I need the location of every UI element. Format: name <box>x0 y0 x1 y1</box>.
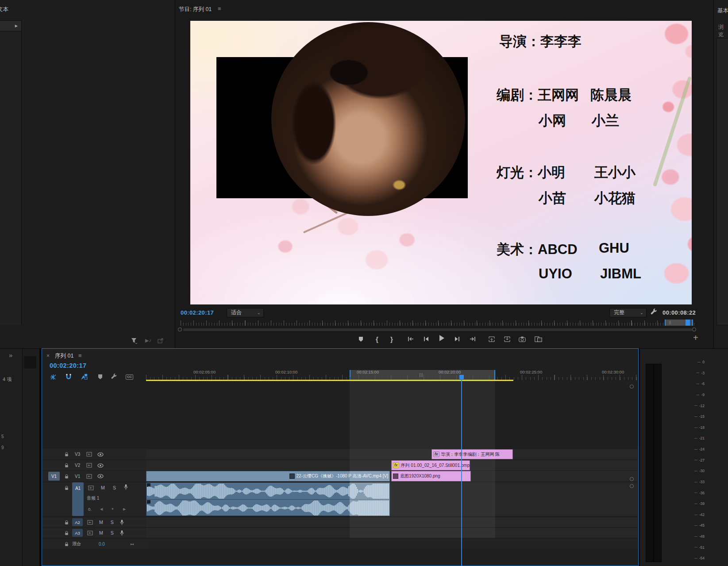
toggle-track-output-eye-icon[interactable] <box>97 463 104 468</box>
playback-resolution-select[interactable]: 完整 ⌄ <box>609 308 647 317</box>
source-patch-v1[interactable]: V1 <box>48 472 60 481</box>
timeline-timecode[interactable]: 00:02:20:17 <box>50 362 86 369</box>
timeline-settings-wrench-icon[interactable] <box>111 373 117 380</box>
toggle-track-output-eye-icon[interactable] <box>97 452 104 457</box>
mute-button[interactable]: M <box>99 530 103 535</box>
export-frame-button[interactable] <box>517 334 528 344</box>
voiceover-record-mic-icon[interactable] <box>124 484 128 490</box>
export-icon[interactable] <box>158 338 164 343</box>
lock-icon[interactable] <box>65 463 69 468</box>
sync-lock-icon[interactable] <box>86 474 92 479</box>
play-button[interactable] <box>436 333 447 343</box>
sync-lock-icon[interactable] <box>86 463 92 468</box>
mute-button[interactable]: M <box>101 485 105 490</box>
program-timecode[interactable]: 00:02:20:17 <box>181 309 214 316</box>
solo-button[interactable]: S <box>113 485 116 490</box>
add-button[interactable]: + <box>693 333 698 343</box>
lock-icon[interactable] <box>65 485 69 490</box>
track-a3-content[interactable] <box>146 528 638 538</box>
track-v3-content[interactable] <box>146 449 638 459</box>
timeline-scroll-handle[interactable] <box>630 484 634 488</box>
track-name-a1[interactable]: A1 <box>72 482 84 516</box>
zoom-level-select[interactable]: 适合 ⌄ <box>227 308 264 317</box>
timeline-menu-icon[interactable]: ≡ <box>78 352 82 359</box>
expander-icon[interactable]: ▶ <box>15 24 18 28</box>
track-name-v1[interactable]: V1 <box>75 474 80 479</box>
monitor-scrollbar-right-handle[interactable] <box>692 327 696 331</box>
lock-icon[interactable] <box>65 520 69 525</box>
snap-magnet-icon[interactable] <box>65 373 72 380</box>
go-to-in-button[interactable] <box>405 334 416 344</box>
nest-sequence-toggle-icon[interactable] <box>50 374 57 380</box>
toggle-track-output-eye-icon[interactable] <box>97 474 104 478</box>
mute-button[interactable]: M <box>99 520 103 525</box>
captions-cc-icon[interactable]: CC <box>126 374 133 380</box>
settings-wrench-icon[interactable] <box>650 308 658 316</box>
clip-graphic-credits[interactable]: fx 导演：李李李编剧：王网网 陈 <box>431 449 513 459</box>
sync-lock-icon[interactable] <box>87 520 93 525</box>
voiceover-record-mic-icon[interactable] <box>120 520 124 525</box>
lock-icon[interactable] <box>65 531 69 535</box>
browse-tab[interactable]: 浏览 <box>718 23 728 39</box>
track-name-a2[interactable]: A2 <box>72 518 83 526</box>
track-name-a3[interactable]: A3 <box>72 529 83 537</box>
track-a2-content[interactable] <box>146 517 638 527</box>
clip-still-bmp[interactable]: fx 序列 01.00_02_16_07.Still001.bmp <box>391 460 470 470</box>
monitor-playhead-marker[interactable] <box>686 320 690 326</box>
lift-button[interactable] <box>486 334 497 344</box>
track-display-name-a1[interactable]: 音频 1 <box>87 495 99 501</box>
mark-out-button[interactable]: } <box>386 334 397 344</box>
track-name-v3[interactable]: V3 <box>75 452 80 457</box>
clip-thumbnail-icon <box>289 474 295 479</box>
linked-selection-icon[interactable] <box>80 373 88 380</box>
add-keyframe-icon[interactable]: ● <box>112 507 114 511</box>
fx-badge-icon: fx <box>393 462 399 468</box>
project-panel-sliver: » 4 项 5 9 <box>0 349 22 566</box>
clip-video-avc[interactable]: 22-云缨CG《擒贼》-1080 P 高清-AVC.mp4 [V] <box>146 471 390 481</box>
panel-overflow-icon[interactable]: » <box>9 351 12 359</box>
add-marker-button[interactable] <box>355 334 366 344</box>
lock-icon[interactable] <box>65 474 69 479</box>
extract-button[interactable] <box>502 334 512 344</box>
solo-button[interactable]: S <box>111 520 114 525</box>
step-forward-button[interactable] <box>452 334 462 344</box>
sync-lock-icon[interactable] <box>88 485 94 490</box>
voiceover-record-mic-icon[interactable] <box>120 530 124 536</box>
track-master-content[interactable] <box>146 539 638 549</box>
clip-base-png[interactable]: 底图1920X1080.png <box>391 471 471 481</box>
master-volume-value[interactable]: 0.0 <box>99 542 105 547</box>
layer-row[interactable]: ▶ <box>0 21 21 31</box>
lock-icon[interactable] <box>65 452 69 457</box>
sync-lock-icon[interactable] <box>86 452 92 457</box>
step-back-button[interactable] <box>421 334 431 344</box>
solo-button[interactable]: S <box>111 530 114 535</box>
go-to-out-button[interactable] <box>467 334 478 344</box>
monitor-scrollbar-left-handle[interactable] <box>178 327 182 331</box>
monitor-ruler-major-ticks[interactable] <box>181 320 696 326</box>
program-video-preview[interactable]: 导演：李李李 编剧：王网网 陈晨晨 小网 小兰 灯光：小明 王小小 小苗 小花猫… <box>190 21 692 304</box>
mark-in-button[interactable]: { <box>372 334 382 344</box>
next-keyframe-icon[interactable]: ▶ <box>123 507 126 511</box>
add-marker-icon[interactable] <box>98 374 103 380</box>
timeline-scroll-handle[interactable] <box>630 385 634 389</box>
lock-icon[interactable] <box>65 542 69 547</box>
master-keyframe-nav-icon[interactable]: ▸◂ <box>131 542 133 546</box>
comparison-view-button[interactable] <box>533 334 543 344</box>
prev-keyframe-icon[interactable]: ◀ <box>100 507 103 511</box>
sync-lock-icon[interactable] <box>87 531 93 535</box>
keyframe-mode-select[interactable]: 0. <box>88 507 92 512</box>
credit-art-4: JIBML <box>600 266 641 282</box>
credit-lighting: 灯光：小明 <box>497 163 565 182</box>
panel-menu-icon[interactable]: ≡ <box>218 5 221 12</box>
credit-art-3: UYIO <box>539 266 572 282</box>
monitor-scrollbar[interactable] <box>183 328 692 331</box>
timeline-scroll-handle[interactable] <box>630 477 634 481</box>
playhead-line[interactable] <box>461 375 462 566</box>
automate-to-sequence-icon[interactable]: ▶♪ <box>145 338 151 343</box>
timeline-tab[interactable]: 序列 01 <box>55 352 73 360</box>
track-name-v2[interactable]: V2 <box>75 463 80 468</box>
tab-close-icon[interactable]: × <box>46 353 50 359</box>
clip-audio-avc[interactable] <box>146 482 390 516</box>
monitor-zoom-region[interactable] <box>665 320 693 326</box>
filter-bin-icon[interactable] <box>131 338 137 344</box>
